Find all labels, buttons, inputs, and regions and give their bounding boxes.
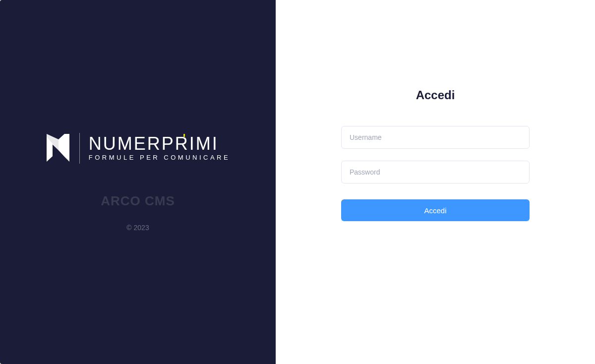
login-button[interactable]: Accedi (341, 199, 530, 221)
login-form: Accedi (341, 126, 530, 221)
logo-accent-dot (183, 134, 185, 137)
login-panel: Accedi Accedi English (276, 0, 595, 364)
brand-logo-icon (46, 133, 70, 164)
login-title: Accedi (416, 88, 455, 102)
username-input[interactable] (341, 126, 530, 149)
password-input[interactable] (341, 161, 530, 183)
branding-panel: NUMERPRIMI FORMULE PER COMUNICARE ARCO C… (0, 0, 276, 364)
copyright-text: © 2023 (126, 224, 149, 232)
product-name: ARCO CMS (101, 193, 175, 209)
logo-text-sub: FORMULE PER COMUNICARE (89, 154, 230, 161)
logo-text-main: NUMERPRIMI (89, 135, 230, 153)
logo-text-group: NUMERPRIMI FORMULE PER COMUNICARE (89, 135, 230, 161)
logo-container: NUMERPRIMI FORMULE PER COMUNICARE (46, 133, 230, 164)
logo-divider (79, 133, 80, 164)
